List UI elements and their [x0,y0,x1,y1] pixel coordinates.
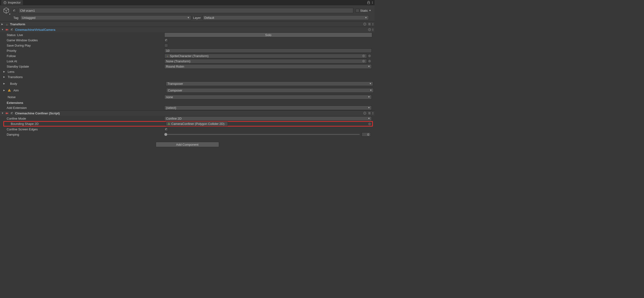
lock-icon[interactable] [367,1,370,4]
object-picker-icon[interactable] [362,54,365,58]
transitions-label: Transitions [8,75,23,79]
gameobject-enabled-checkbox[interactable] [12,9,16,12]
extensions-heading: Extensions [0,100,374,105]
confine-edges-label: Confine Screen Edges [4,128,162,131]
chevron-down-icon: ▼ [187,16,190,19]
body-label: Body [8,82,164,86]
gwg-label: Game Window Guides [4,38,162,42]
foldout-icon[interactable] [3,89,6,92]
help-icon[interactable]: ? [363,22,366,26]
foldout-icon[interactable] [2,28,4,31]
context-menu-icon[interactable] [373,112,373,115]
static-label: Static [360,9,368,12]
confine-edges-checkbox[interactable] [164,128,168,131]
transform-icon [166,54,169,57]
standby-dropdown[interactable]: Round Robin ▼ [164,64,372,69]
solo-button[interactable]: Solo [164,32,372,37]
damping-label: Damping [4,133,162,136]
foldout-icon[interactable] [2,112,4,114]
chevron-down-icon: ▼ [369,82,372,85]
priority-input[interactable] [164,48,372,53]
svg-text:?: ? [369,29,370,30]
foldout-icon[interactable] [3,76,6,78]
follow-field[interactable]: SpriteCharacter (Transform) [164,54,367,58]
polygon-collider-icon [168,122,170,125]
object-picker-icon[interactable] [362,60,365,63]
foldout-icon[interactable] [3,82,6,85]
gameobject-icon[interactable]: ▼ [2,7,10,14]
tag-label: Tag [14,16,18,20]
bounding-shape-row-highlight: Bounding Shape 2D CameraConfiner (Polygo… [3,121,373,126]
help-icon[interactable]: ? [363,112,366,115]
preset-icon[interactable] [368,22,371,26]
tag-dropdown[interactable]: Untagged ▼ [20,15,191,20]
context-menu-icon[interactable] [372,1,373,4]
svg-point-9 [363,61,364,62]
component-title: Transform [10,22,25,26]
component-title[interactable]: CinemachineVirtualCamera [15,28,56,32]
svg-text:?: ? [364,112,365,114]
cinemachine-icon [5,28,8,31]
tab-title: Inspector [8,1,20,4]
follow-label: Follow [4,54,162,58]
svg-point-7 [369,55,370,56]
body-dropdown[interactable]: Transposer ▼ [166,82,373,86]
svg-text:!: ! [9,90,10,92]
gameobject-name-input[interactable] [18,8,353,13]
layer-dropdown[interactable]: Default ▼ [203,15,369,20]
component-enabled-checkbox[interactable] [10,112,14,115]
slider-thumb[interactable] [164,133,167,136]
confine-mode-dropdown[interactable]: Confine 2D ▼ [164,116,372,121]
info-icon: i [4,1,6,4]
chevron-down-icon: ▼ [368,65,370,68]
gwg-checkbox[interactable] [164,38,168,42]
svg-point-16 [369,124,370,124]
bounding-shape-field[interactable]: CameraConfiner (Polygon Collider 2D) [166,122,228,126]
bounding-shape-label: Bounding Shape 2D [8,122,164,126]
damping-input[interactable] [362,132,371,136]
inspector-tab[interactable]: i Inspector [1,0,23,5]
context-menu-icon[interactable] [373,22,373,26]
confiner-component-header[interactable]: Cinemachine Confiner (Script) ? [0,110,374,116]
transform-icon [5,22,8,26]
svg-text:?: ? [364,24,365,25]
aim-dropdown[interactable]: Composer ▼ [166,88,374,93]
gear-icon[interactable] [368,60,371,63]
lookat-label: Look At [4,60,162,63]
object-picker-icon[interactable] [368,122,371,126]
foldout-icon[interactable] [2,23,4,25]
chevron-down-icon[interactable]: ▼ [9,13,11,15]
add-extension-dropdown[interactable]: (select) ▼ [164,106,372,110]
sdp-checkbox[interactable] [164,44,168,47]
transform-component-header[interactable]: Transform ? [0,22,374,27]
preset-icon[interactable] [368,112,371,115]
add-component-button[interactable]: Add Component [156,142,219,147]
damping-slider[interactable] [164,134,360,135]
svg-point-6 [363,56,364,56]
confine-mode-label: Confine Mode [4,117,162,120]
static-checkbox[interactable] [356,9,359,12]
help-icon[interactable]: ? [368,28,371,31]
component-enabled-checkbox[interactable] [10,28,14,32]
svg-point-10 [369,60,370,62]
chevron-down-icon: ▼ [365,16,367,19]
component-title: Cinemachine Confiner (Script) [15,112,60,115]
gameobject-header: ▼ Static ▼ Tag Untagged ▼ Layer Default … [0,5,374,21]
tab-bar: i Inspector [0,0,374,5]
chevron-down-icon: ▼ [368,96,370,98]
priority-label: Priority [4,49,162,52]
cinemachine-icon [5,112,8,115]
chevron-down-icon[interactable]: ▼ [369,9,371,12]
foldout-icon[interactable] [3,70,6,73]
noise-dropdown[interactable]: none ▼ [164,95,372,99]
chevron-down-icon: ▼ [368,117,370,120]
gear-icon[interactable] [368,54,371,58]
lens-label: Lens [8,70,14,74]
lookat-field[interactable]: None (Transform) [164,59,367,64]
context-menu-icon[interactable] [373,28,373,31]
standby-label: Standby Update [4,65,162,68]
svg-rect-2 [6,29,8,30]
chevron-down-icon: ▼ [368,106,370,109]
layer-label: Layer [193,16,201,20]
vcam-component-header[interactable]: CinemachineVirtualCamera ? [0,27,374,32]
